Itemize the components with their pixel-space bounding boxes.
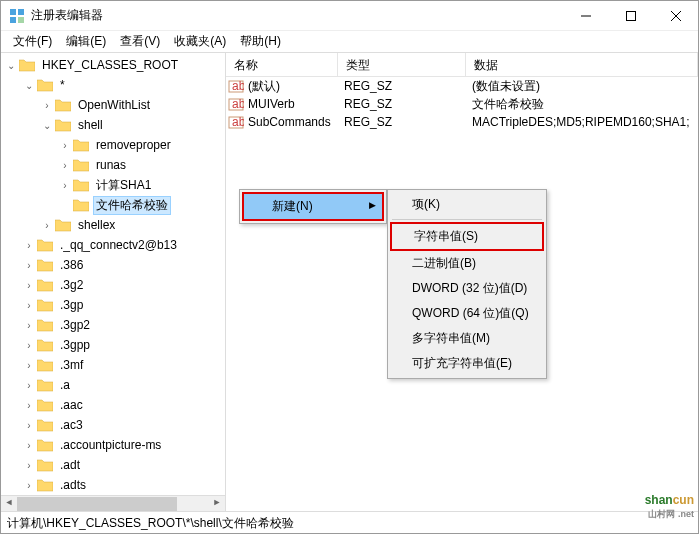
expander-icon[interactable]: ›: [23, 440, 35, 451]
menu-item-new-label: 新建(N): [272, 199, 313, 213]
expander-icon[interactable]: ›: [23, 400, 35, 411]
menu-file[interactable]: 文件(F): [7, 31, 58, 52]
expander-icon[interactable]: ⌄: [41, 120, 53, 131]
tree-item[interactable]: ›.ac3: [1, 415, 225, 435]
tree-label: HKEY_CLASSES_ROOT: [39, 57, 181, 73]
maximize-button[interactable]: [608, 1, 653, 31]
expander-icon[interactable]: ⌄: [5, 60, 17, 71]
main-area: ⌄HKEY_CLASSES_ROOT⌄*›OpenWithList⌄shell›…: [1, 53, 698, 511]
expander-icon[interactable]: ›: [23, 420, 35, 431]
tree-item-selected[interactable]: 文件哈希校验: [1, 195, 225, 215]
tree-star[interactable]: ⌄*: [1, 75, 225, 95]
tree-item[interactable]: ›.aac: [1, 395, 225, 415]
expander-icon[interactable]: ›: [23, 340, 35, 351]
minimize-button[interactable]: [563, 1, 608, 31]
menu-separator: [392, 219, 542, 220]
tree-label: .3gpp: [57, 337, 93, 353]
titlebar: 注册表编辑器: [1, 1, 698, 31]
expander-icon[interactable]: ⌄: [23, 80, 35, 91]
tree-item[interactable]: ›removeproper: [1, 135, 225, 155]
tree-label: .386: [57, 257, 86, 273]
expander-icon[interactable]: ›: [59, 180, 71, 191]
expander-icon[interactable]: ›: [23, 280, 35, 291]
menu-edit[interactable]: 编辑(E): [60, 31, 112, 52]
tree-item[interactable]: ›shellex: [1, 215, 225, 235]
window-title: 注册表编辑器: [31, 7, 563, 24]
tree-item[interactable]: ›.3g2: [1, 275, 225, 295]
tree-item[interactable]: ›OpenWithList: [1, 95, 225, 115]
close-button[interactable]: [653, 1, 698, 31]
tree-label: .3gp2: [57, 317, 93, 333]
value-name: SubCommands: [248, 115, 331, 129]
watermark: shancun 山村网 .net: [645, 490, 694, 521]
tree-item[interactable]: ›.adt: [1, 455, 225, 475]
expander-icon[interactable]: ›: [41, 100, 53, 111]
context-menu-2: 项(K) 字符串值(S) 二进制值(B) DWORD (32 位)值(D) QW…: [387, 189, 547, 379]
tree-label: 文件哈希校验: [93, 196, 171, 215]
highlight-box-string: 字符串值(S): [390, 222, 544, 251]
tree-label: .ac3: [57, 417, 86, 433]
svg-rect-5: [626, 11, 635, 20]
menu-item-qword[interactable]: QWORD (64 位)值(Q): [388, 301, 546, 326]
tree-item[interactable]: ›.accountpicture-ms: [1, 435, 225, 455]
tree-item[interactable]: ›.386: [1, 255, 225, 275]
list-row[interactable]: abMUIVerbREG_SZ文件哈希校验: [226, 95, 698, 113]
menu-item-new[interactable]: 新建(N) ▶: [244, 194, 382, 219]
expander-icon[interactable]: ›: [23, 480, 35, 491]
tree-label: removeproper: [93, 137, 174, 153]
tree-item[interactable]: ›.3gpp: [1, 335, 225, 355]
col-header-data[interactable]: 数据: [466, 53, 698, 76]
expander-icon[interactable]: ›: [23, 380, 35, 391]
col-header-type[interactable]: 类型: [338, 53, 466, 76]
expander-icon[interactable]: ›: [59, 160, 71, 171]
list-row[interactable]: abSubCommandsREG_SZMACTripleDES;MD5;RIPE…: [226, 113, 698, 131]
tree-label: .adts: [57, 477, 89, 493]
expander-icon[interactable]: ›: [23, 320, 35, 331]
tree-root[interactable]: ⌄HKEY_CLASSES_ROOT: [1, 55, 225, 75]
menu-help[interactable]: 帮助(H): [234, 31, 287, 52]
scroll-left-button[interactable]: ◄: [1, 497, 17, 511]
menu-item-expandstring[interactable]: 可扩充字符串值(E): [388, 351, 546, 376]
menu-item-string[interactable]: 字符串值(S): [392, 224, 542, 249]
tree-label: ._qq_connectv2@b13: [57, 237, 180, 253]
col-header-name[interactable]: 名称: [226, 53, 338, 76]
value-type: REG_SZ: [338, 79, 466, 93]
expander-icon[interactable]: ›: [23, 240, 35, 251]
tree-label: .3gp: [57, 297, 86, 313]
tree-item[interactable]: ›.3gp2: [1, 315, 225, 335]
list-row[interactable]: ab(默认)REG_SZ(数值未设置): [226, 77, 698, 95]
tree-item[interactable]: ›.a: [1, 375, 225, 395]
menu-view[interactable]: 查看(V): [114, 31, 166, 52]
svg-text:ab: ab: [232, 79, 244, 93]
value-data: (数值未设置): [466, 78, 698, 95]
svg-text:ab: ab: [232, 115, 244, 129]
expander-icon[interactable]: ›: [59, 140, 71, 151]
svg-text:ab: ab: [232, 97, 244, 111]
expander-icon[interactable]: ›: [23, 360, 35, 371]
expander-icon[interactable]: ›: [23, 460, 35, 471]
tree-h-scrollbar[interactable]: ◄ ►: [1, 495, 225, 511]
menu-item-multistring[interactable]: 多字符串值(M): [388, 326, 546, 351]
expander-icon[interactable]: ›: [41, 220, 53, 231]
tree-item[interactable]: ›.adts: [1, 475, 225, 495]
svg-rect-3: [18, 17, 24, 23]
tree-item[interactable]: ›._qq_connectv2@b13: [1, 235, 225, 255]
scroll-thumb[interactable]: [17, 497, 177, 511]
expander-icon[interactable]: ›: [23, 300, 35, 311]
svg-rect-2: [10, 17, 16, 23]
expander-icon[interactable]: ›: [23, 260, 35, 271]
tree-item[interactable]: ›.3mf: [1, 355, 225, 375]
tree-label: .accountpicture-ms: [57, 437, 164, 453]
menu-favorites[interactable]: 收藏夹(A): [168, 31, 232, 52]
value-data: MACTripleDES;MD5;RIPEMD160;SHA1;: [466, 115, 698, 129]
app-icon: [9, 8, 25, 24]
menu-item-binary[interactable]: 二进制值(B): [388, 251, 546, 276]
scroll-right-button[interactable]: ►: [209, 497, 225, 511]
tree-item[interactable]: ›runas: [1, 155, 225, 175]
menu-item-key[interactable]: 项(K): [388, 192, 546, 217]
value-name: (默认): [248, 78, 280, 95]
menu-item-dword[interactable]: DWORD (32 位)值(D): [388, 276, 546, 301]
tree-item-shell[interactable]: ⌄shell: [1, 115, 225, 135]
tree-item[interactable]: ›.3gp: [1, 295, 225, 315]
tree-item[interactable]: ›计算SHA1: [1, 175, 225, 195]
